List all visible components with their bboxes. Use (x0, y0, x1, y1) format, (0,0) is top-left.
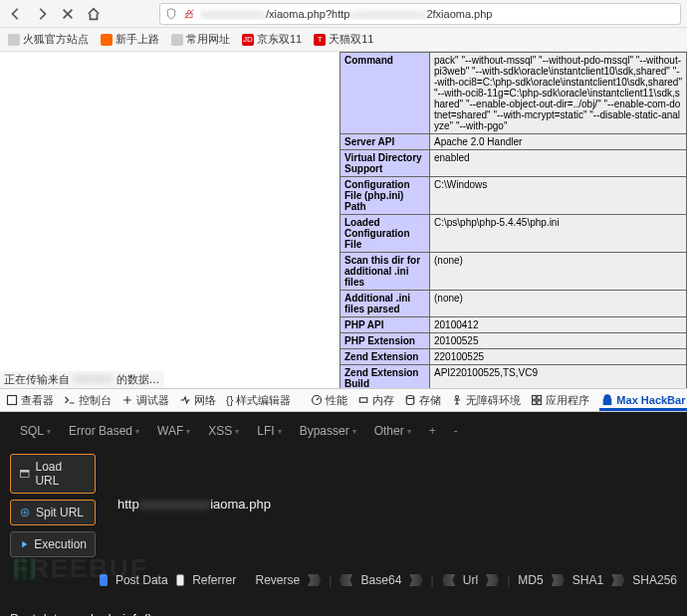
svg-rect-10 (538, 401, 542, 405)
phpinfo-val: 220100525 (430, 349, 687, 365)
load-url-button[interactable]: Load URL (10, 454, 96, 494)
phpinfo-key: Zend Extension (341, 349, 430, 365)
phpinfo-key: PHP API (341, 317, 430, 333)
jd-icon: JD (242, 34, 254, 46)
encode-arrow-icon[interactable] (409, 574, 422, 586)
tab-style-editor[interactable]: {}样式编辑器 (226, 393, 291, 408)
svg-rect-2 (8, 396, 17, 405)
phpinfo-key: PHP Extension (341, 333, 430, 349)
label-url-enc: Url (463, 573, 478, 587)
folder-icon (8, 34, 20, 46)
menu-bypasser[interactable]: Bypasser▾ (300, 424, 356, 438)
encode-arrow-icon[interactable] (308, 574, 321, 586)
phpinfo-val: Apache 2.0 Handler (430, 134, 687, 150)
svg-marker-15 (22, 541, 27, 547)
label-sha1: SHA1 (572, 573, 603, 587)
phpinfo-key: Configuration File (php.ini) Path (341, 177, 430, 215)
encode-arrow-icon[interactable] (486, 574, 499, 586)
svg-rect-8 (538, 396, 542, 400)
svg-point-6 (456, 396, 459, 399)
address-bar[interactable]: xxxxxxxxxxxx/xiaoma.php?httpxxxxxxxxxxxx… (159, 3, 681, 25)
tab-performance[interactable]: 性能 (311, 393, 347, 408)
tab-storage[interactable]: 存储 (404, 393, 441, 408)
decode-arrow-icon[interactable] (340, 574, 352, 586)
svg-rect-13 (20, 470, 29, 472)
svg-rect-7 (533, 396, 537, 400)
phpinfo-table: Commandpack" "--without-mssql" "--withou… (340, 52, 687, 388)
watermark-text: FREEBUF (12, 553, 148, 584)
phpinfo-key: Zend Extension Build (341, 365, 430, 389)
phpinfo-val: C:\Windows (430, 177, 687, 215)
label-reverse: Reverse (256, 573, 301, 587)
svg-rect-11 (604, 399, 612, 404)
phpinfo-val: API220100525,TS,VC9 (430, 365, 687, 389)
browser-nav-bar: xxxxxxxxxxxx/xiaoma.php?httpxxxxxxxxxxxx… (0, 0, 687, 28)
hackbar-action-buttons: Load URL Spit URL Execution (10, 454, 96, 557)
phpinfo-key: Server API (341, 134, 430, 150)
phpinfo-table-wrap: Commandpack" "--without-mssql" "--withou… (340, 52, 687, 388)
bookmark-folder[interactable]: 常用网址 (171, 32, 230, 47)
label-referrer: Referrer (192, 573, 236, 587)
svg-rect-9 (533, 401, 537, 405)
hash-arrow-icon[interactable] (552, 574, 565, 586)
phpinfo-val: (none) (430, 253, 687, 291)
svg-rect-4 (360, 398, 368, 403)
page-content: 正在传输来自xxxxxxx的数据… Commandpack" "--withou… (0, 52, 687, 388)
bookmarks-bar: 火狐官方站点 新手上路 常用网址 JD京东双11 T天猫双11 (0, 28, 687, 52)
menu-plus[interactable]: + (429, 424, 436, 438)
phpinfo-key: Loaded Configuration File (341, 215, 430, 253)
menu-minus[interactable]: - (454, 424, 458, 438)
stop-button[interactable] (58, 4, 78, 24)
label-sha256: SHA256 (632, 573, 677, 587)
status-bar-text: 正在传输来自xxxxxxx的数据… (0, 371, 164, 388)
phpinfo-key: Scan this dir for additional .ini files (341, 253, 430, 291)
menu-xss[interactable]: XSS▾ (208, 424, 239, 438)
tmall-icon: T (314, 34, 326, 46)
home-button[interactable] (84, 4, 104, 24)
tab-console[interactable]: 控制台 (64, 393, 112, 408)
svg-point-5 (407, 396, 415, 399)
hash-arrow-icon[interactable] (611, 574, 624, 586)
lock-strike-icon (182, 7, 196, 21)
checkbox-referrer[interactable] (176, 574, 185, 586)
tab-debugger[interactable]: 调试器 (121, 393, 169, 408)
bookmark-link[interactable]: JD京东双11 (242, 32, 302, 47)
phpinfo-val: 20100412 (430, 317, 687, 333)
tab-inspector[interactable]: 查看器 (6, 393, 54, 408)
tab-accessibility[interactable]: 无障碍环境 (451, 393, 521, 408)
decode-arrow-icon[interactable] (442, 574, 455, 586)
tab-memory[interactable]: 内存 (357, 393, 394, 408)
post-data-row: Post data l=phpinfo(); (10, 611, 677, 616)
post-data-input[interactable]: l=phpinfo(); (91, 611, 155, 616)
spit-url-button[interactable]: Spit URL (10, 500, 96, 525)
hackbar-panel: SQL▾ Error Based▾ WAF▾ XSS▾ LFI▾ Bypasse… (0, 412, 687, 616)
menu-sql[interactable]: SQL▾ (20, 424, 51, 438)
phpinfo-val: 20100525 (430, 333, 687, 349)
post-data-label: Post data (10, 611, 65, 616)
menu-error-based[interactable]: Error Based▾ (69, 424, 139, 438)
bookmark-folder[interactable]: 火狐官方站点 (8, 32, 89, 47)
left-pane: 正在传输来自xxxxxxx的数据… (0, 52, 340, 388)
tab-application[interactable]: 应用程序 (531, 393, 589, 408)
shield-icon (164, 7, 178, 21)
phpinfo-key: Additional .ini files parsed (341, 291, 430, 317)
tab-max-hackbar[interactable]: Max HackBar (599, 390, 687, 411)
forward-button[interactable] (32, 4, 52, 24)
hackbar-menu-row: SQL▾ Error Based▾ WAF▾ XSS▾ LFI▾ Bypasse… (10, 418, 677, 444)
folder-icon (171, 34, 183, 46)
hackbar-url-input[interactable]: httpxxxxxxxxxxxiaoma.php (114, 450, 275, 557)
label-md5: MD5 (518, 573, 543, 587)
phpinfo-val: C:\ps\php\php-5.4.45\php.ini (430, 215, 687, 253)
back-button[interactable] (6, 4, 26, 24)
phpinfo-key: Virtual Directory Support (341, 150, 430, 177)
phpinfo-val: enabled (430, 150, 687, 177)
menu-waf[interactable]: WAF▾ (157, 424, 190, 438)
phpinfo-val: pack" "--without-mssql" "--without-pdo-m… (430, 53, 687, 134)
tab-network[interactable]: 网络 (179, 393, 216, 408)
bookmark-link[interactable]: T天猫双11 (314, 32, 373, 47)
menu-lfi[interactable]: LFI▾ (257, 424, 281, 438)
address-text: xxxxxxxxxxxx/xiaoma.php?httpxxxxxxxxxxxx… (200, 8, 676, 20)
phpinfo-key: Command (341, 53, 430, 134)
bookmark-link[interactable]: 新手上路 (101, 32, 159, 47)
menu-other[interactable]: Other▾ (374, 424, 411, 438)
